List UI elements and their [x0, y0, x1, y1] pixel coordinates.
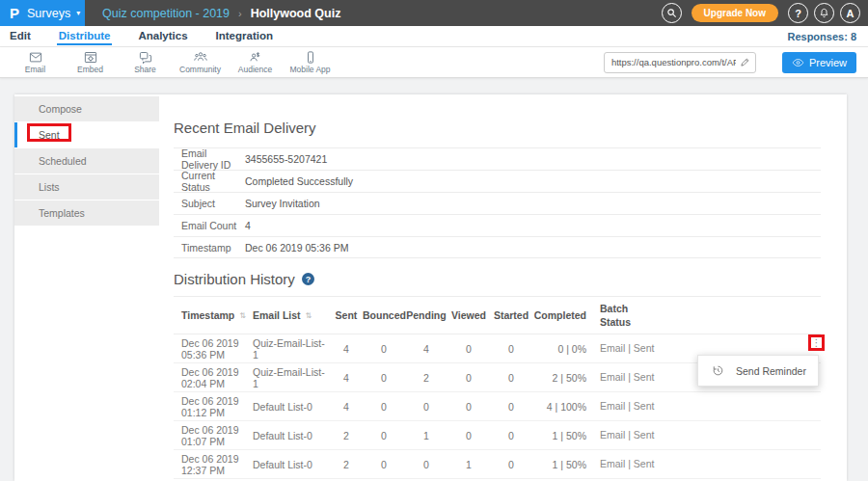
cell-completed: 0 | 0%: [532, 343, 586, 355]
cell-started: 0: [490, 372, 532, 384]
responses-count[interactable]: Responses: 8: [787, 31, 856, 42]
upgrade-now-button[interactable]: Upgrade Now: [692, 4, 778, 22]
column-header-completed: Completed: [532, 309, 586, 321]
bell-icon: [819, 8, 829, 18]
annotation-box-kebab: ⋮: [808, 334, 825, 351]
channel-label: Community: [179, 65, 221, 74]
top-header: P Surveys ▾ Quiz competition - 2019 › Ho…: [0, 0, 868, 26]
cell-batch-status: Email | Sent: [600, 457, 677, 470]
column-header-bounced: Bounced: [363, 309, 405, 321]
row-actions-kebab-icon[interactable]: ⋮: [812, 338, 822, 348]
help-tooltip-icon[interactable]: ?: [302, 273, 314, 285]
sidebar-item-compose[interactable]: Compose: [14, 96, 159, 121]
table-row: Dec 06 2019 01:07 PM Default List-0 2 0 …: [174, 421, 821, 450]
kv-value: Completed Successfully: [245, 175, 353, 187]
channel-share[interactable]: Share: [118, 50, 173, 74]
cell-email-list: Default List-0: [253, 430, 330, 441]
eye-icon: [792, 58, 804, 67]
cell-sent: 2: [330, 459, 363, 470]
annotation-box-sent: [27, 123, 71, 142]
table-row: Email Count 4: [174, 214, 821, 236]
cell-bounced: 0: [363, 343, 405, 355]
sidebar-item-scheduled[interactable]: Scheduled: [14, 148, 159, 174]
preview-button-label: Preview: [809, 57, 847, 68]
channel-label: Mobile App: [289, 65, 330, 74]
cell-email-list: Default List-0: [253, 401, 330, 413]
help-button[interactable]: ?: [788, 3, 808, 23]
survey-tabbar: Edit Distribute Analytics Integration Re…: [0, 26, 868, 47]
distribution-history-title: Distribution History: [174, 271, 295, 287]
edit-url-button[interactable]: [740, 57, 750, 67]
cell-pending: 4: [405, 343, 448, 355]
cell-pending: 0: [405, 401, 448, 413]
channel-label: Embed: [77, 65, 103, 74]
breadcrumb-parent-link[interactable]: Quiz competition - 2019: [102, 7, 230, 20]
cell-started: 0: [490, 343, 532, 355]
cell-started: 0: [490, 459, 532, 470]
table-header-row: Timestamp⇅ Email List⇅ Sent Bounced Pend…: [174, 296, 821, 334]
recent-delivery-table: Email Delivery ID 3455655-5207421 Curren…: [174, 147, 821, 258]
tab-integration[interactable]: Integration: [214, 27, 275, 45]
header-actions: Upgrade Now ? A: [662, 0, 868, 26]
table-row: Timestamp Dec 06 2019 05:36 PM: [174, 236, 821, 258]
audience-icon: [248, 50, 263, 65]
cell-completed: 4 | 100%: [532, 401, 586, 413]
cell-email-list: Quiz-Email-List-1: [253, 337, 330, 361]
notifications-button[interactable]: [814, 3, 834, 23]
cell-timestamp: Dec 06 2019 01:12 PM: [174, 395, 253, 418]
cell-viewed: 0: [448, 430, 490, 441]
cell-viewed: 0: [448, 401, 490, 413]
tab-analytics[interactable]: Analytics: [136, 27, 189, 45]
table-row: Subject Survey Invitation: [174, 192, 821, 214]
kv-value: 3455655-5207421: [245, 153, 327, 165]
recent-delivery-title: Recent Email Delivery: [174, 120, 821, 136]
cell-sent: 4: [330, 343, 363, 355]
distribute-toolbar: Email Embed Share Community Audience Mob…: [0, 47, 868, 78]
sidebar-item-templates[interactable]: Templates: [14, 200, 159, 226]
table-row: Current Status Completed Successfully: [174, 170, 821, 192]
table-row: Email Delivery ID 3455655-5207421: [174, 147, 821, 170]
pencil-icon: [740, 57, 750, 67]
row-context-menu: Send Reminder: [697, 355, 819, 387]
share-icon: [138, 50, 153, 65]
search-icon: [666, 8, 677, 18]
sort-icon: ⇅: [239, 311, 246, 320]
menu-item-send-reminder[interactable]: Send Reminder: [736, 365, 806, 377]
column-header-timestamp[interactable]: Timestamp⇅: [174, 309, 253, 321]
cell-batch-status: Email | Sent: [600, 428, 677, 441]
distribution-history-header: Distribution History ?: [174, 271, 821, 287]
cell-viewed: 0: [448, 343, 490, 355]
cell-sent: 4: [330, 372, 363, 384]
search-button[interactable]: [662, 3, 682, 23]
tab-distribute[interactable]: Distribute: [57, 27, 113, 45]
kv-label: Subject: [174, 198, 245, 209]
cell-bounced: 0: [363, 430, 405, 441]
questionpro-logo-icon: P: [10, 6, 19, 20]
kv-label: Email Count: [174, 220, 245, 231]
cell-sent: 2: [330, 430, 363, 441]
avatar[interactable]: A: [840, 3, 860, 23]
cell-timestamp: Dec 06 2019 05:36 PM: [174, 337, 253, 361]
distribute-sidebar: Compose Sent Scheduled Lists Templates: [14, 96, 159, 227]
channel-audience[interactable]: Audience: [228, 50, 283, 74]
column-header-viewed: Viewed: [448, 309, 490, 321]
channel-embed[interactable]: Embed: [63, 50, 118, 74]
cell-viewed: 0: [448, 372, 490, 384]
table-row: Dec 06 2019 01:12 PM Default List-0 4 0 …: [174, 392, 821, 421]
channel-mobile-app[interactable]: Mobile App: [283, 50, 338, 74]
cell-timestamp: Dec 06 2019 01:07 PM: [174, 424, 253, 447]
cell-started: 0: [490, 430, 532, 441]
cell-pending: 1: [405, 430, 448, 441]
main-card: Compose Sent Scheduled Lists Templates R…: [14, 94, 847, 481]
surveys-menu[interactable]: P Surveys ▾: [0, 0, 85, 26]
sidebar-item-lists[interactable]: Lists: [14, 174, 159, 200]
breadcrumb-current: Hollywood Quiz: [251, 7, 341, 20]
cell-email-list: Quiz-Email-List-1: [253, 366, 330, 389]
preview-button[interactable]: Preview: [782, 52, 856, 73]
survey-url-input[interactable]: [611, 57, 736, 67]
channel-community[interactable]: Community: [173, 50, 228, 74]
column-header-email-list[interactable]: Email List⇅: [253, 309, 330, 321]
channel-email[interactable]: Email: [8, 50, 63, 74]
column-header-pending: Pending: [405, 309, 448, 321]
tab-edit[interactable]: Edit: [8, 27, 33, 45]
